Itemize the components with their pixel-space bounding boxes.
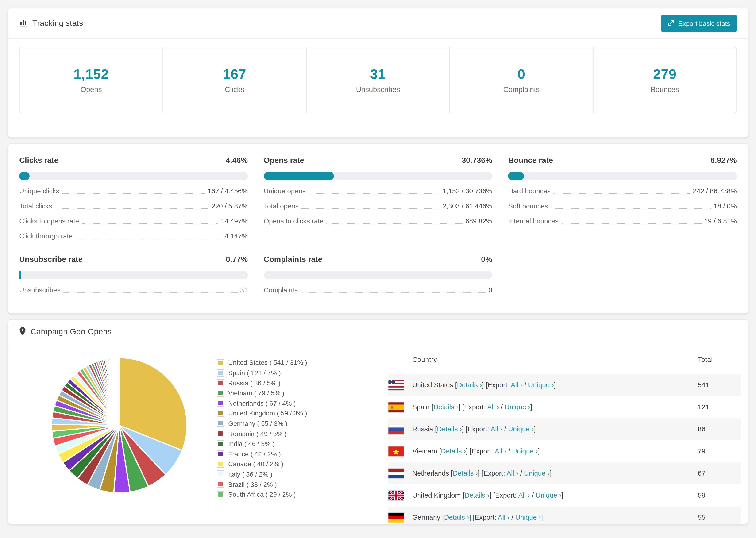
total-cell: 59 <box>698 492 705 499</box>
total-cell: 55 <box>698 513 705 521</box>
details-link[interactable]: Details › <box>441 447 466 455</box>
dotted-leader <box>62 193 205 194</box>
bracket: ] [ <box>478 469 483 477</box>
export-all-link[interactable]: All › <box>491 425 503 433</box>
details-link[interactable]: Details › <box>464 492 489 499</box>
total-cell: 86 <box>698 425 705 433</box>
tracking-stats-card: Tracking stats Export basic stats 1,152O… <box>8 8 748 137</box>
country-cell: Germany [Details ›] [Export: All › / Uni… <box>412 513 543 521</box>
details-link[interactable]: Details › <box>444 513 469 521</box>
stat-opens: 1,152Opens <box>20 47 163 113</box>
legend-swatch-color <box>218 391 223 395</box>
export-all-link[interactable]: All › <box>507 469 518 477</box>
legend-label: Russia ( 86 / 5% ) <box>228 379 281 387</box>
legend-item: France ( 42 / 2% ) <box>217 449 307 459</box>
es-flag-icon <box>388 402 404 412</box>
export-unique-link[interactable]: Unique › <box>515 513 541 521</box>
country-name: Spain <box>412 403 432 411</box>
legend-swatch <box>217 400 224 407</box>
total-cell: 541 <box>698 381 709 389</box>
country-name: Germany <box>412 513 442 521</box>
export-basic-stats-button[interactable]: Export basic stats <box>661 15 737 32</box>
legend-swatch-color <box>218 472 223 476</box>
export-unique-link[interactable]: Unique › <box>508 425 534 433</box>
details-link[interactable]: Details › <box>437 425 462 433</box>
rate-stat-value: 167 / 4.456% <box>207 187 248 195</box>
legend-swatch <box>217 481 224 488</box>
legend-swatch-color <box>218 360 223 365</box>
export-all-link[interactable]: All › <box>487 403 499 411</box>
legend-swatch-color <box>218 401 223 405</box>
bracket: ] [ <box>490 492 495 499</box>
rate-progress-bar <box>19 172 248 180</box>
bracket: ] [ <box>459 403 464 411</box>
table-row: Russia [Details ›] [Export: All › / Uniq… <box>388 418 741 440</box>
export-unique-link[interactable]: Unique › <box>524 469 550 477</box>
export-all-link[interactable]: All › <box>511 381 522 389</box>
legend-label: Brazil ( 33 / 2% ) <box>228 480 277 488</box>
slash: / <box>530 492 536 499</box>
rate-stat-label: Internal bounces <box>508 217 559 226</box>
export-unique-link[interactable]: Unique › <box>512 447 538 455</box>
export-unique-link[interactable]: Unique › <box>536 492 562 499</box>
details-link[interactable]: Details › <box>457 381 482 389</box>
export-all-link[interactable]: All › <box>498 513 510 521</box>
legend-label: Italy ( 36 / 2% ) <box>228 470 272 478</box>
gb-flag-icon <box>388 490 404 501</box>
nl-flag-icon <box>388 468 404 479</box>
rate-stat-value: 689.82% <box>465 217 492 226</box>
rate-stat-row: Unique clicks167 / 4.456% <box>19 187 248 195</box>
dotted-leader <box>55 209 208 209</box>
details-link[interactable]: Details › <box>433 403 458 411</box>
rate-stat-value: 1,152 / 30.736% <box>443 187 492 195</box>
rate-title: Opens rate <box>264 156 304 165</box>
bracket: ] <box>550 469 552 477</box>
stat-value: 1,152 <box>74 67 109 82</box>
legend-item: United Kingdom ( 59 / 3% ) <box>217 408 307 418</box>
rate-stat-value: 242 / 86.738% <box>693 187 737 195</box>
bracket: [ <box>455 381 457 389</box>
legend-label: South Africa ( 29 / 2% ) <box>228 491 296 498</box>
legend-swatch-color <box>218 381 223 385</box>
total-column-header: Total <box>698 355 713 363</box>
slash: / <box>499 403 505 411</box>
legend-swatch <box>217 440 224 447</box>
export-all-link[interactable]: All › <box>518 492 530 499</box>
geo-opens-card: Campaign Geo Opens United States ( 541 /… <box>8 319 748 524</box>
rate-block-unsubscribe-rate: Unsubscribe rate0.77%Unsubscribes31 <box>19 255 248 294</box>
export-unique-link[interactable]: Unique › <box>528 381 554 389</box>
rate-stat-label: Soft bounces <box>508 202 548 210</box>
legend-label: United Kingdom ( 59 / 3% ) <box>228 409 307 417</box>
geo-pie-chart <box>50 356 188 494</box>
legend-item: Canada ( 40 / 2% ) <box>217 459 307 469</box>
rate-head: Bounce rate6.927% <box>508 156 737 165</box>
slash: / <box>510 513 515 521</box>
slash: / <box>507 447 512 455</box>
rate-block-complaints-rate: Complaints rate0%Complaints0 <box>264 255 492 294</box>
export-all-link[interactable]: All › <box>495 447 507 455</box>
legend-swatch-color <box>218 411 223 415</box>
rate-progress-fill <box>508 172 524 180</box>
rate-head: Unsubscribe rate0.77% <box>19 255 248 264</box>
rate-title: Clicks rate <box>19 156 58 165</box>
rate-stat-row: Total clicks220 / 5.87% <box>19 202 248 210</box>
legend-swatch <box>217 369 224 376</box>
rate-stat-label: Unsubscribes <box>19 286 61 294</box>
rate-progress-bar <box>508 172 737 180</box>
rate-stat-label: Unique clicks <box>19 187 59 195</box>
details-link[interactable]: Details › <box>453 469 478 477</box>
rate-stat-row: Opens to clicks rate689.82% <box>264 217 492 226</box>
legend-item: Italy ( 36 / 2% ) <box>217 469 307 479</box>
rate-stat-row: Internal bounces19 / 6.81% <box>508 217 737 226</box>
geo-table: Country Total United States [Details ›] … <box>388 345 741 524</box>
legend-swatch <box>217 410 224 417</box>
export-unique-link[interactable]: Unique › <box>505 403 530 411</box>
us-flag-icon <box>388 380 404 390</box>
rate-stat-value: 19 / 6.81% <box>704 217 737 226</box>
legend-swatch-color <box>218 482 223 486</box>
rate-value: 30.736% <box>461 156 492 165</box>
rate-stat-label: Click through rate <box>19 232 73 241</box>
country-cell: United States [Details ›] [Export: All ›… <box>412 381 556 389</box>
stat-label: Bounces <box>651 85 679 94</box>
rates-grid: Clicks rate4.46%Unique clicks167 / 4.456… <box>8 144 748 313</box>
